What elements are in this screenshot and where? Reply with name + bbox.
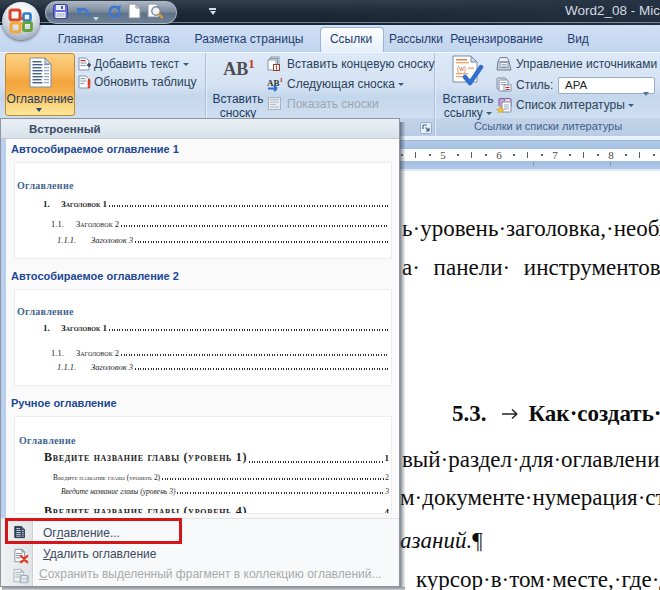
svg-text:(ᴡ): (ᴡ) — [457, 65, 466, 73]
